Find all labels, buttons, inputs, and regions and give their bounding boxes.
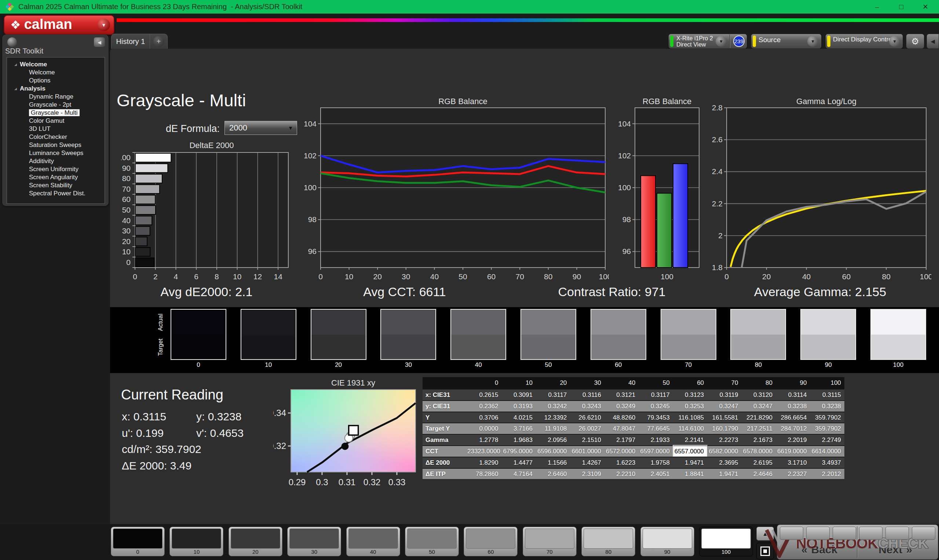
chevron-down-icon[interactable]: ▼ [715,36,727,47]
table-cell[interactable]: 6596.0000 [536,445,570,457]
table-cell[interactable]: 0.3193 [501,400,535,412]
maximize-icon[interactable]: □ [889,0,913,14]
table-cell[interactable]: 359.7902 [810,423,844,434]
table-cell[interactable]: 0.2615 [467,389,501,400]
chevron-down-icon[interactable]: ▼ [807,36,818,47]
calman-menu-button[interactable]: ❖ calman ▼ [4,15,114,35]
table-cell[interactable]: 6601.0000 [570,445,604,457]
panel-button-3[interactable] [833,527,856,540]
sidebar-item-screen-angularity[interactable]: Screen Angularity [7,173,105,182]
pattern-bar-expand-button[interactable]: ▲ [756,527,774,541]
table-cell[interactable]: 2.2012 [810,468,844,479]
table-cell[interactable]: 2.3695 [707,457,741,468]
table-cell[interactable]: 359.7902 [810,412,844,423]
sidebar-item-grayscale-2pt[interactable]: Grayscale - 2pt [7,101,105,109]
table-cell[interactable]: 2.2210 [604,468,638,479]
table-cell[interactable]: 12.3392 [536,412,570,423]
table-cell[interactable]: 4.7164 [501,468,535,479]
sidebar-item-grayscale-multi[interactable]: Grayscale - Multi [7,109,105,117]
table-cell[interactable]: 0.3121 [604,389,638,400]
table-cell[interactable]: 3.7166 [501,423,535,434]
pattern-button-80[interactable]: 80 [581,527,635,556]
gear-icon[interactable]: ⚙ [906,34,924,49]
table-cell[interactable]: 2.0956 [536,434,570,445]
table-cell[interactable]: 0.3247 [707,400,741,412]
table-cell[interactable]: 2.1797 [604,434,638,445]
table-cell[interactable]: 1.6223 [604,457,638,468]
pattern-button-90[interactable]: 90 [640,527,694,556]
pattern-button-20[interactable]: 20 [228,527,282,556]
table-cell[interactable]: 2.6195 [742,457,776,468]
add-tab-button[interactable]: + [150,34,168,49]
panel-button-2[interactable] [806,527,830,540]
table-cell[interactable]: 217.2511 [742,423,776,434]
panel-button-6[interactable] [912,527,935,540]
sidebar-item-spectral-power-dist[interactable]: Spectral Power Dist. [7,189,105,197]
table-cell[interactable]: 0.0000 [467,423,501,434]
table-cell[interactable]: 26.0027 [570,423,604,434]
pattern-button-70[interactable]: 70 [523,527,577,556]
table-cell[interactable]: 3.1710 [776,457,810,468]
sidebar-item-screen-uniformity[interactable]: Screen Uniformity [7,165,105,173]
table-cell[interactable]: 1.9758 [638,457,673,468]
next-button[interactable]: Next » [858,541,936,558]
table-cell[interactable]: 221.8290 [742,412,776,423]
table-cell[interactable]: 77.6645 [638,423,673,434]
table-cell[interactable]: 26.6210 [570,412,604,423]
table-cell[interactable]: 1.9471 [673,457,707,468]
close-icon[interactable]: ✕ [913,0,937,14]
pattern-button-60[interactable]: 60 [464,527,518,556]
table-cell[interactable]: 6795.0000 [501,445,535,457]
table-cell[interactable]: 2.4646 [742,468,776,479]
expander-icon[interactable]: ◢ [14,60,17,69]
pattern-button-50[interactable]: 50 [405,527,459,556]
pattern-button-100[interactable]: 100 [699,527,753,556]
sidebar-item-luminance-sweeps[interactable]: Luminance Sweeps [7,149,105,157]
table-cell[interactable]: 1.8841 [673,468,707,479]
sidebar-knob-button[interactable] [7,37,17,47]
collapse-right-panel-button[interactable]: ◀ [927,34,939,49]
table-cell[interactable]: 48.8260 [604,412,638,423]
table-cell[interactable]: 0.3115 [810,389,844,400]
table-cell[interactable]: 2.2141 [673,434,707,445]
table-cell[interactable]: 0.3117 [638,389,673,400]
display-control-dropdown[interactable]: Direct Display Control ▼ [825,34,903,49]
pattern-button-0[interactable]: 0 [111,527,165,556]
chevron-down-icon[interactable]: ▼ [889,36,900,47]
table-cell[interactable]: 1.2778 [467,434,501,445]
table-cell[interactable]: 0.2362 [467,400,501,412]
table-cell[interactable]: 1.9683 [501,434,535,445]
table-cell[interactable]: 1.9471 [707,468,741,479]
table-cell[interactable]: 23323.0000 [467,445,501,457]
table-cell[interactable]: 1.8290 [467,457,501,468]
table-cell[interactable]: 0.3119 [707,389,741,400]
table-cell[interactable]: 79.3453 [638,412,673,423]
table-cell[interactable]: 0.3249 [604,400,638,412]
calman-menu-caret-icon[interactable]: ▼ [97,19,110,31]
table-cell[interactable]: 6578.0000 [742,445,776,457]
sidebar-item-colorchecker[interactable]: ColorChecker [7,133,105,141]
table-cell[interactable]: 1.1566 [536,457,570,468]
table-cell[interactable]: 284.7012 [776,423,810,434]
table-cell[interactable]: 0.3243 [570,400,604,412]
panel-button-4[interactable] [859,527,882,540]
sidebar-item-options[interactable]: Options [7,77,105,85]
sidebar-item-dynamic-range[interactable]: Dynamic Range [7,93,105,101]
table-cell[interactable]: 47.8047 [604,423,638,434]
table-cell[interactable]: 2.2749 [810,434,844,445]
table-cell[interactable]: 11.9108 [536,423,570,434]
sidebar-item-welcome[interactable]: ◢Welcome [7,60,105,69]
table-cell[interactable]: 2.1933 [638,434,673,445]
pattern-window-button[interactable] [756,543,774,559]
table-cell[interactable]: 3.4937 [810,457,844,468]
table-cell[interactable]: 6572.0000 [604,445,638,457]
tab-history-1[interactable]: History 1 [111,34,150,49]
pattern-button-40[interactable]: 40 [346,527,400,556]
expander-icon[interactable]: ◢ [14,85,17,93]
table-cell[interactable]: 0.3238 [810,400,844,412]
sidebar-item-screen-stability[interactable]: Screen Stability [7,182,105,189]
table-cell[interactable]: 0.3117 [536,389,570,400]
table-cell[interactable]: 2.1673 [742,434,776,445]
source-dropdown[interactable]: Source ▼ [751,34,822,49]
sidebar-item-analysis[interactable]: ◢Analysis [7,85,105,93]
